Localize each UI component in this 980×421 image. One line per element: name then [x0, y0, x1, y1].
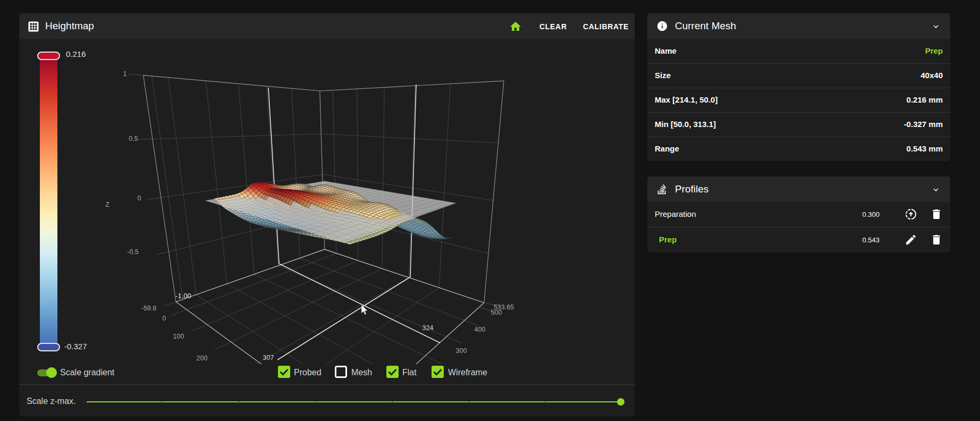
svg-text:-59.8: -59.8	[141, 305, 157, 312]
svg-text:307: 307	[263, 354, 274, 361]
svg-text:500: 500	[491, 309, 502, 316]
svg-text:0.5: 0.5	[129, 135, 138, 142]
svg-text:-1.00: -1.00	[175, 292, 191, 300]
svg-text:1: 1	[123, 70, 127, 78]
svg-text:0: 0	[138, 195, 141, 202]
svg-text:Z: Z	[105, 201, 109, 208]
svg-text:400: 400	[475, 326, 486, 333]
svg-text:100: 100	[173, 333, 184, 340]
svg-text:324: 324	[423, 324, 434, 332]
svg-text:0: 0	[163, 315, 166, 322]
svg-text:-0.5: -0.5	[127, 248, 139, 256]
svg-text:300: 300	[456, 347, 467, 355]
svg-text:200: 200	[197, 355, 208, 362]
